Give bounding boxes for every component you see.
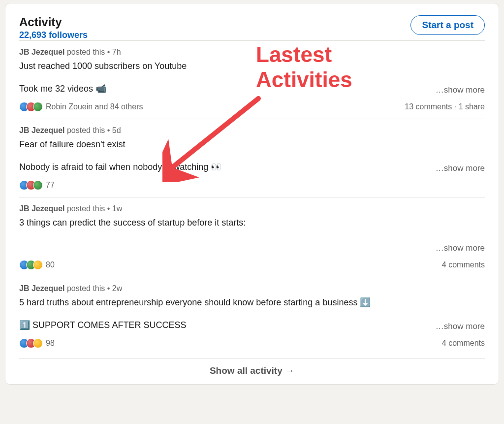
- post-byline-suffix: posted this • 5d: [64, 126, 121, 134]
- comments-count: 13 comments: [405, 102, 452, 111]
- post-body-line: Took me 32 videos 📹: [19, 82, 106, 95]
- reactions-summary[interactable]: 98: [19, 338, 55, 348]
- followers-link[interactable]: 22,693 followers: [19, 30, 88, 40]
- post-body-line: Nobody is afraid to fail when nobody is …: [19, 161, 221, 173]
- post-byline: JB Jezequel posted this • 7h: [19, 48, 485, 57]
- reactions-text: Robin Zouein and 84 others: [46, 102, 143, 111]
- show-more-link[interactable]: …show more: [436, 163, 485, 173]
- reaction-icons: [19, 260, 43, 270]
- celebrate-icon: [33, 102, 43, 112]
- post-body-line: 1️⃣ SUPPORT COMES AFTER SUCCESS: [19, 319, 186, 331]
- post-author: JB Jezequel: [19, 126, 64, 134]
- activity-header: Activity 22,693 followers Start a post: [19, 15, 485, 40]
- show-more-link[interactable]: …show more: [436, 243, 485, 253]
- post-body-line: [19, 240, 22, 253]
- show-more-link[interactable]: …show more: [436, 322, 485, 331]
- celebrate-icon: [33, 180, 43, 190]
- idea-icon: [33, 260, 43, 270]
- reaction-icons: [19, 102, 43, 112]
- post-body-line: 5 hard truths about entrepreneurship eve…: [19, 296, 485, 309]
- reaction-icons: [19, 338, 43, 348]
- post-meta[interactable]: 13 comments1 share: [405, 102, 485, 111]
- activity-post[interactable]: JB Jezequel posted this • 7h Just reache…: [19, 40, 485, 119]
- show-more-link[interactable]: …show more: [436, 85, 485, 95]
- start-a-post-button[interactable]: Start a post: [410, 15, 485, 35]
- comments-count: 4 comments: [442, 339, 485, 347]
- post-meta[interactable]: 4 comments: [442, 339, 485, 348]
- idea-icon: [33, 338, 43, 348]
- reactions-text: 80: [46, 261, 55, 269]
- post-byline-suffix: posted this • 7h: [64, 48, 121, 56]
- post-body-line: Just reached 1000 subscribers on Youtube: [19, 60, 485, 72]
- show-all-label: Show all activity →: [210, 365, 294, 376]
- post-author: JB Jezequel: [19, 48, 64, 56]
- activity-post[interactable]: JB Jezequel posted this • 2w 5 hard trut…: [19, 277, 485, 355]
- post-byline: JB Jezequel posted this • 2w: [19, 284, 485, 293]
- activity-title: Activity: [19, 15, 88, 29]
- post-byline-suffix: posted this • 2w: [64, 284, 122, 293]
- reactions-text: 77: [46, 181, 55, 190]
- activity-post[interactable]: JB Jezequel posted this • 5d Fear of fai…: [19, 119, 485, 197]
- post-body-line: Fear of failure doesn't exist: [19, 138, 485, 151]
- post-author: JB Jezequel: [19, 204, 64, 213]
- reactions-text: 98: [46, 339, 55, 348]
- activity-post[interactable]: JB Jezequel posted this • 1w 3 things ca…: [19, 197, 485, 276]
- post-author: JB Jezequel: [19, 284, 64, 293]
- post-byline-suffix: posted this • 1w: [64, 204, 122, 213]
- reactions-summary[interactable]: 80: [19, 260, 55, 270]
- post-meta[interactable]: 4 comments: [442, 261, 485, 269]
- comments-count: 4 comments: [442, 261, 485, 269]
- shares-count: 1 share: [452, 102, 485, 111]
- reactions-summary[interactable]: 77: [19, 180, 55, 190]
- activity-header-left: Activity 22,693 followers: [19, 15, 88, 40]
- reaction-icons: [19, 180, 43, 190]
- post-byline: JB Jezequel posted this • 1w: [19, 204, 485, 213]
- activity-card: Activity 22,693 followers Start a post J…: [5, 3, 499, 385]
- post-body-line: 3 things can predict the success of star…: [19, 216, 485, 229]
- reactions-summary[interactable]: Robin Zouein and 84 others: [19, 102, 143, 112]
- post-byline: JB Jezequel posted this • 5d: [19, 126, 485, 135]
- show-all-activity-button[interactable]: Show all activity →: [19, 358, 485, 379]
